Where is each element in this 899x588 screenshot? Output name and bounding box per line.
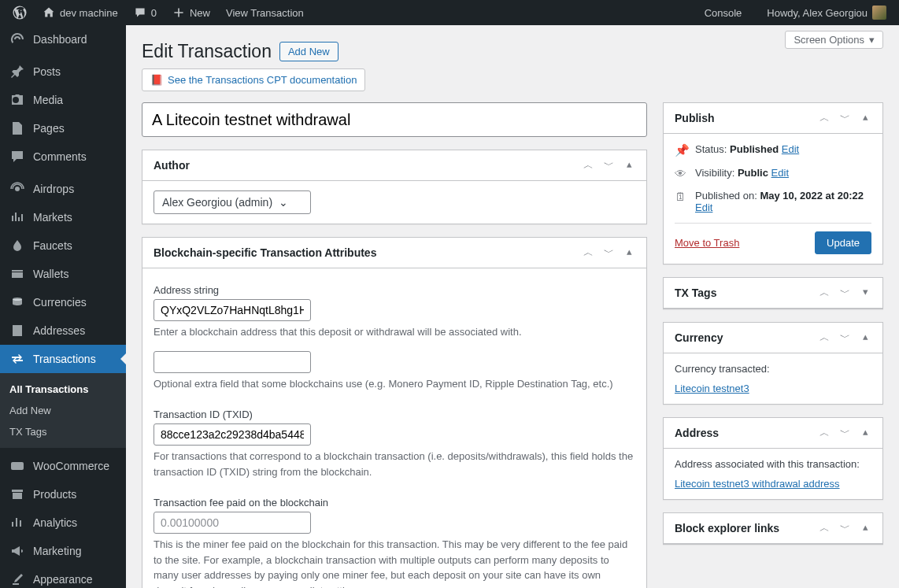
currency-link[interactable]: Litecoin testnet3 <box>675 383 749 394</box>
sidebar-item-label: Media <box>33 94 63 106</box>
sidebar-item-pages[interactable]: Pages <box>0 114 126 142</box>
update-button[interactable]: Update <box>815 231 871 254</box>
sidebar-item-label: Marketing <box>33 545 81 557</box>
txid-label: Transaction ID (TXID) <box>154 409 635 420</box>
move-up-icon[interactable]: ︿ <box>818 426 831 440</box>
book-icon: 📕 <box>150 74 163 86</box>
move-down-icon[interactable]: ﹀ <box>838 111 851 125</box>
dashboard-icon <box>9 31 25 47</box>
sidebar-item-media[interactable]: Media <box>0 86 126 114</box>
sidebar-item-label: Products <box>33 488 76 501</box>
edit-date-link[interactable]: Edit <box>695 202 712 213</box>
toggle-panel-icon[interactable]: ▴ <box>859 111 871 125</box>
woo-icon <box>9 458 25 474</box>
add-new-button[interactable]: Add New <box>279 42 339 61</box>
currency-label: Currency transacted: <box>675 363 871 375</box>
comment-icon <box>9 149 25 165</box>
toggle-panel-icon[interactable]: ▴ <box>859 331 871 345</box>
comments-bubble[interactable]: 0 <box>128 0 163 25</box>
sidebar-item-marketing[interactable]: Marketing <box>0 537 126 565</box>
submenu-item-add-new[interactable]: Add New <box>0 400 126 421</box>
extra-field-input[interactable] <box>154 351 311 373</box>
move-up-icon[interactable]: ︿ <box>818 331 831 345</box>
new-content[interactable]: New <box>166 0 216 25</box>
sidebar-item-wallets[interactable]: Wallets <box>0 260 126 288</box>
user-account[interactable]: Howdy, Alex Georgiou <box>760 0 893 25</box>
blockchain-attributes-metabox: Blockchain-specific Transaction Attribut… <box>142 237 647 588</box>
toggle-panel-icon[interactable]: ▴ <box>623 246 635 260</box>
txid-help: For transactions that correspond to a bl… <box>154 449 635 479</box>
fee-label: Transaction fee paid on the blockchain <box>154 497 635 508</box>
sidebar-item-appearance[interactable]: Appearance <box>0 565 126 588</box>
publish-metabox: Publish ︿ ﹀ ▴ 📌 Status: Published Edit <box>663 102 883 264</box>
toggle-panel-icon[interactable]: ▴ <box>859 521 871 535</box>
toggle-panel-icon[interactable]: ▾ <box>859 286 871 300</box>
sidebar-item-label: Posts <box>33 65 61 78</box>
site-name[interactable]: dev machine <box>36 0 124 25</box>
archive-icon <box>9 486 25 502</box>
sidebar-item-transactions[interactable]: Transactions <box>0 345 126 373</box>
documentation-link[interactable]: 📕 See the Transactions CPT documentation <box>142 68 365 91</box>
submenu-item-all-transactions[interactable]: All Transactions <box>0 379 126 400</box>
plus-icon <box>172 6 185 19</box>
sidebar-item-label: Transactions <box>33 353 96 365</box>
fee-input[interactable] <box>154 512 311 534</box>
sidebar-item-label: Addresses <box>33 324 85 337</box>
new-label: New <box>190 7 210 19</box>
screen-options-toggle[interactable]: Screen Options ▾ <box>785 31 883 49</box>
sidebar-item-faucets[interactable]: Faucets <box>0 231 126 260</box>
pin-icon <box>9 64 25 80</box>
move-up-icon[interactable]: ︿ <box>818 111 831 125</box>
svg-rect-2 <box>11 462 24 470</box>
move-down-icon[interactable]: ﹀ <box>602 246 615 260</box>
move-up-icon[interactable]: ︿ <box>582 246 594 260</box>
address-link[interactable]: Litecoin testnet3 withdrawal address <box>675 478 840 490</box>
sidebar-item-addresses[interactable]: Addresses <box>0 316 126 345</box>
sidebar-item-dashboard[interactable]: Dashboard <box>0 25 126 54</box>
svg-point-0 <box>15 187 20 191</box>
sidebar-item-posts[interactable]: Posts <box>0 57 126 86</box>
page-icon <box>9 120 25 136</box>
move-down-icon[interactable]: ﹀ <box>838 426 851 440</box>
view-label: View Transaction <box>226 7 304 19</box>
view-transaction[interactable]: View Transaction <box>220 0 310 25</box>
sidebar-item-label: Faucets <box>33 239 72 252</box>
site-name-label: dev machine <box>60 7 118 19</box>
move-up-icon[interactable]: ︿ <box>818 521 831 535</box>
author-select[interactable]: Alex Georgiou (admin) ⌄ <box>154 190 311 214</box>
author-metabox: Author ︿ ﹀ ▴ Alex Georgiou (admin) ⌄ <box>142 150 647 224</box>
sidebar-item-markets[interactable]: Markets <box>0 203 126 231</box>
txid-input[interactable] <box>154 423 311 446</box>
address-string-input[interactable] <box>154 299 311 321</box>
toggle-panel-icon[interactable]: ▴ <box>859 426 871 440</box>
console-link[interactable]: Console <box>698 0 749 25</box>
sidebar-item-products[interactable]: Products <box>0 480 126 508</box>
sidebar-item-woocommerce[interactable]: WooCommerce <box>0 452 126 480</box>
edit-visibility-link[interactable]: Edit <box>771 167 789 179</box>
move-down-icon[interactable]: ﹀ <box>838 331 851 345</box>
coins-icon <box>9 294 25 310</box>
edit-status-link[interactable]: Edit <box>782 143 799 155</box>
address-metabox: Address ︿ ﹀ ▴ Address associated with th… <box>663 417 883 500</box>
wp-logo[interactable] <box>6 0 33 25</box>
toggle-panel-icon[interactable]: ▴ <box>623 158 635 172</box>
sidebar-item-analytics[interactable]: Analytics <box>0 508 126 537</box>
bars-icon <box>9 515 25 531</box>
sidebar-item-currencies[interactable]: Currencies <box>0 288 126 316</box>
currency-heading: Currency <box>675 331 723 344</box>
sidebar-item-label: Currencies <box>33 296 87 309</box>
comment-icon <box>134 6 146 19</box>
submenu-item-tx-tags[interactable]: TX Tags <box>0 421 126 442</box>
sidebar-item-airdrops[interactable]: Airdrops <box>0 175 126 203</box>
move-up-icon[interactable]: ︿ <box>582 158 594 172</box>
post-title-input[interactable] <box>142 102 647 137</box>
sidebar-item-comments[interactable]: Comments <box>0 142 126 171</box>
move-down-icon[interactable]: ﹀ <box>838 521 851 535</box>
sidebar-item-label: Airdrops <box>33 183 74 195</box>
move-to-trash-link[interactable]: Move to Trash <box>675 237 739 249</box>
pin-icon: 📌 <box>675 143 687 157</box>
howdy-text: Howdy, Alex Georgiou <box>767 7 868 19</box>
move-down-icon[interactable]: ﹀ <box>602 158 615 172</box>
move-up-icon[interactable]: ︿ <box>818 286 831 300</box>
move-down-icon[interactable]: ﹀ <box>838 286 851 300</box>
